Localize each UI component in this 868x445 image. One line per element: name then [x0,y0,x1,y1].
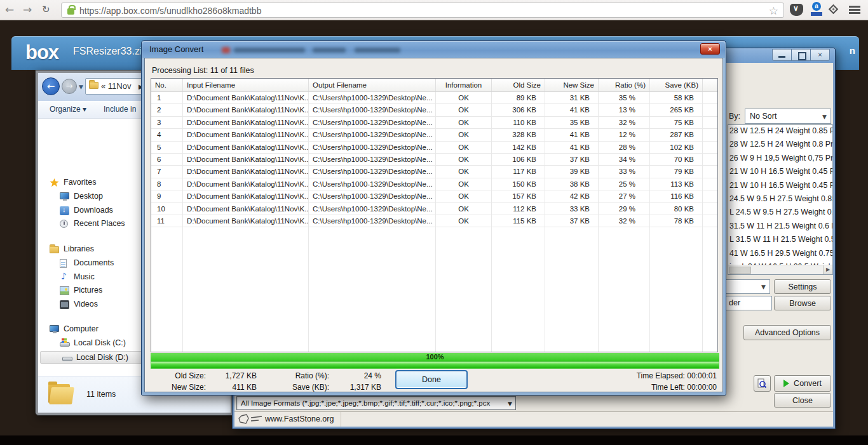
address-bar[interactable]: https://app.box.com/s/unudlkho286o8kmadt… [61,3,784,18]
file-list-item[interactable]: 31.5 W 11 H 21.5 Weight 0.6 Pri [728,220,832,234]
recent-icon [60,220,68,228]
extension-diamond-icon[interactable] [829,4,839,15]
include-in-library-menu[interactable]: Include in [104,105,136,114]
table-row[interactable]: 3D:\Document Bank\Katalog\11Nov\K...C:\U… [151,117,717,129]
extension-a-icon[interactable]: a [811,2,822,18]
old-size-label: Old Size: [154,371,206,380]
pocket-icon[interactable] [790,4,803,16]
bookmark-star-icon[interactable]: ☆ [769,4,778,17]
file-list-hscrollbar[interactable]: ▶ [728,265,832,274]
table-row[interactable]: 10D:\Document Bank\Katalog\11Nov\K...C:\… [151,203,717,215]
ratio-value: 24 % [333,371,381,380]
column-header-no[interactable]: No. [151,79,183,91]
table-row[interactable]: 2D:\Document Bank\Katalog\11Nov\K...C:\U… [151,104,717,116]
settings-button[interactable]: Settings [774,279,831,294]
file-list-item[interactable]: 21 W 10 H 16.5 Weight 0.45 Pric [728,180,832,193]
sidebar-item-label: Local Disk (D:) [76,353,128,362]
window-close-button[interactable]: × [810,49,830,61]
table-row[interactable]: 5D:\Document Bank\Katalog\11Nov\K...C:\U… [151,142,717,154]
column-header-info[interactable]: Information [436,79,492,91]
table-row[interactable]: 11D:\Document Bank\Katalog\11Nov\K...C:\… [151,215,717,227]
preview-button[interactable] [754,375,771,392]
file-list-item[interactable]: 24.5 W 9.5 H 27.5 Weight 0.85 P [728,193,832,206]
empty-grid-column [650,227,703,352]
cell-new: 35 KB [545,117,599,129]
cell-old: 115 KB [492,215,545,227]
file-list-item[interactable]: L 24.5 W 9.5 H 27.5 Weight 0.85 [728,206,832,220]
scroll-right-icon[interactable]: ▶ [823,265,832,274]
explorer-history-caret-icon[interactable]: ▼ [79,84,83,90]
extension-a-bar [811,12,822,16]
table-row[interactable]: 1D:\Document Bank\Katalog\11Nov\K...C:\U… [151,92,717,104]
chevron-down-icon: ▼ [761,280,766,294]
table-empty-grid [151,227,717,352]
done-button[interactable]: Done [395,370,468,389]
file-list-item[interactable]: 28 W 12.5 H 24 Weight 0.85 Pric [728,125,832,138]
column-header-new[interactable]: New Size [545,79,599,91]
file-list-item[interactable]: 26 W 9 H 19,5 Weight 0,75 Price [728,152,832,166]
menu-hamburger-icon[interactable] [849,6,860,8]
minimize-button[interactable] [772,49,792,61]
file-list-item[interactable]: L 31.5 W 11 H 21.5 Weight 0.55 P [728,234,832,247]
box-logo[interactable]: box [25,41,58,64]
url-text[interactable]: https://app.box.com/s/unudlkho286o8kmadt… [79,6,261,16]
browser-back-icon[interactable]: ← [5,3,14,16]
faststone-close-button[interactable]: Close [774,393,831,408]
cell-output: C:\Users\hp1000-1329\Desktop\Ne... [309,190,436,203]
table-row[interactable]: 4D:\Document Bank\Katalog\11Nov\K...C:\U… [151,129,717,141]
cell-new: 37 KB [545,154,599,166]
cell-old: 112 KB [492,203,545,215]
file-list-item[interactable]: 41 W 16.5 H 29.5 Weight 0.75 P [728,248,832,261]
column-header-old[interactable]: Old Size [492,79,545,91]
music-icon [60,273,69,282]
explorer-back-button[interactable]: ← [42,77,60,95]
cell-new: 37 KB [545,215,599,227]
cell-output: C:\Users\hp1000-1329\Desktop\Ne... [309,117,436,129]
sidebar-item-label: Videos [74,300,98,309]
time-elapsed: Time Elapsed: 00:00:01 [637,371,717,380]
cell-input: D:\Document Bank\Katalog\11Nov\K... [183,104,309,116]
cell-input: D:\Document Bank\Katalog\11Nov\K... [183,92,309,104]
convert-button-label: Convert [794,379,822,388]
file-list-item[interactable]: 21 W 10 H 16.5 Weight 0.45 Pri [728,166,832,179]
screen: ← → ↻ https://app.box.com/s/unudlkho286o… [0,0,868,445]
explorer-forward-button[interactable]: → [62,79,77,94]
format-filter-dropdown[interactable]: All Image Formats (*.jpg;*.jpe;*.jpeg;*.… [236,396,516,410]
column-header-save[interactable]: Save (KB) [650,79,703,91]
table-row[interactable]: 9D:\Document Bank\Katalog\11Nov\K...C:\U… [151,190,717,203]
dialog-titlebar[interactable]: Image Convert × [142,41,725,58]
chevron-down-icon: ▼ [508,397,512,410]
browser-reload-icon[interactable]: ↻ [42,4,50,15]
dialog-close-icon[interactable]: × [700,43,720,55]
cell-info: OK [436,166,492,178]
maximize-button[interactable] [791,49,811,61]
downloads-icon [60,206,69,215]
sort-dropdown[interactable]: No Sort ▼ [745,109,831,124]
new-size-value: 411 KB [208,383,257,392]
cell-info: OK [436,92,492,104]
cell-filler [703,154,717,166]
column-header-filler [703,79,717,91]
table-row[interactable]: 8D:\Document Bank\Katalog\11Nov\K...C:\U… [151,178,717,190]
convert-button[interactable]: Convert [774,375,831,392]
cell-no: 3 [151,117,183,129]
browse-button[interactable]: Browse [774,296,831,310]
faststone-url[interactable]: www.FastStone.org [265,415,334,423]
sidebar-item-label: Computer [64,324,98,333]
cell-output: C:\Users\hp1000-1329\Desktop\Ne... [309,129,436,141]
column-header-input[interactable]: Input Filename [183,79,309,91]
advanced-options-button[interactable]: Advanced Options [743,325,831,340]
cell-no: 1 [151,92,183,104]
organize-menu[interactable]: Organize ▾ [50,105,86,114]
browser-forward-icon[interactable]: → [23,3,32,16]
cell-old: 106 KB [492,154,545,166]
hscrollbar-thumb[interactable] [729,267,751,274]
cell-save: 70 KB [650,154,703,166]
document-icon [60,259,67,268]
column-header-ratio[interactable]: Ratio (%) [599,79,650,91]
table-row[interactable]: 7D:\Document Bank\Katalog\11Nov\K...C:\U… [151,166,717,178]
disk-d-icon [62,357,72,361]
table-row[interactable]: 6D:\Document Bank\Katalog\11Nov\K...C:\U… [151,154,717,166]
column-header-output[interactable]: Output Filename [309,79,436,91]
file-list-item[interactable]: 28 W 12.5 H 24 Weight 0.8 Price [728,138,832,152]
